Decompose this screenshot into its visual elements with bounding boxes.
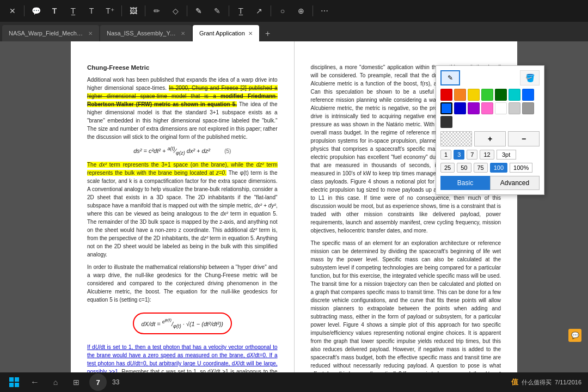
svg-rect-2 bbox=[9, 383, 14, 387]
tab-label: Nasa_ISS_Assembly_Years bbox=[107, 30, 177, 36]
text-tool-2[interactable]: T̲ bbox=[65, 3, 81, 19]
more-tools[interactable]: ⋯ bbox=[316, 3, 333, 19]
text-tool-1[interactable]: T bbox=[46, 3, 63, 19]
color-orange[interactable] bbox=[454, 89, 466, 101]
bottom-taskbar: ← ⌂ ⊞ 7 33 值 什么值得买 7/11/2016 bbox=[0, 372, 588, 392]
bottom-right: 值 什么值得买 7/11/2016 bbox=[511, 377, 581, 387]
plus-button[interactable]: + bbox=[474, 131, 506, 146]
annotation-sticky[interactable]: 💬 bbox=[568, 329, 581, 342]
para-1: Additional work has been published that … bbox=[87, 76, 278, 141]
para-geodesics-detail: If dU/dt is set to 1, then a test photon… bbox=[87, 343, 278, 372]
basic-mode-btn[interactable]: Basic bbox=[440, 176, 490, 190]
size-input[interactable] bbox=[497, 150, 516, 160]
color-yellow[interactable] bbox=[468, 89, 480, 101]
color-blue[interactable] bbox=[522, 89, 534, 101]
size-7-btn[interactable]: 7 bbox=[467, 150, 477, 160]
bottom-left: ← ⌂ ⊞ 7 33 bbox=[7, 373, 119, 391]
page-indicator: 7 bbox=[89, 373, 107, 391]
tab-close-icon[interactable]: ✕ bbox=[181, 30, 185, 36]
doc-left-column: Chung-Freese Metric Additional work has … bbox=[71, 41, 294, 372]
picker-extra-controls: + − bbox=[440, 131, 540, 146]
fill-mode-button[interactable]: 🪣 bbox=[520, 70, 540, 85]
para-geodesics-intro: In order to illustrate the mathematical … bbox=[87, 263, 278, 304]
opacity-100-btn[interactable]: 100 bbox=[490, 163, 507, 173]
equation-5: ds² = c²dt² + a(t)⁄φ(z) dx² + dz² (5) bbox=[87, 145, 278, 157]
page-count: 33 bbox=[112, 378, 119, 386]
size-12-btn[interactable]: 12 bbox=[480, 150, 494, 160]
home-btn[interactable]: ⌂ bbox=[48, 375, 63, 390]
color-red[interactable] bbox=[440, 89, 452, 101]
color-white[interactable] bbox=[495, 102, 507, 114]
color-darkblue[interactable] bbox=[454, 102, 466, 114]
size-row: 1 3 7 12 bbox=[440, 150, 540, 160]
image-tool[interactable]: 🖼 bbox=[125, 3, 142, 19]
separator bbox=[187, 5, 187, 16]
tab-nasa-iss[interactable]: Nasa_ISS_Assembly_Years ✕ bbox=[100, 25, 192, 41]
datetime: 7/11/2016 bbox=[555, 379, 581, 385]
opacity-input[interactable] bbox=[510, 163, 532, 173]
tabs-bar: NASA_Warp_Field_Mechanics ✕ Nasa_ISS_Ass… bbox=[0, 22, 588, 41]
separator bbox=[121, 5, 122, 16]
text-tool-3[interactable]: T bbox=[83, 3, 100, 19]
color-gray[interactable] bbox=[522, 102, 534, 114]
color-lgray[interactable] bbox=[509, 102, 520, 114]
main-area: Chung-Freese Metric Additional work has … bbox=[0, 41, 588, 372]
color-dgray[interactable] bbox=[440, 116, 452, 128]
color-blue-selected[interactable] bbox=[440, 102, 452, 114]
site-name: 什么值得买 bbox=[522, 378, 552, 387]
target-tool[interactable]: ⊕ bbox=[293, 3, 309, 19]
picker-tool-row: ✎ 🪣 bbox=[440, 70, 540, 85]
new-tab-button[interactable]: + bbox=[260, 26, 275, 41]
close-btn[interactable]: ✕ bbox=[4, 3, 21, 19]
opacity-row: 25 50 75 100 bbox=[440, 163, 540, 173]
color-green-dark[interactable] bbox=[495, 89, 507, 101]
section-title-chung: Chung-Freese Metric bbox=[87, 63, 278, 72]
svg-rect-1 bbox=[15, 377, 19, 382]
color-purple[interactable] bbox=[468, 102, 480, 114]
separator bbox=[271, 5, 271, 16]
svg-rect-3 bbox=[15, 383, 19, 387]
transparent-button[interactable] bbox=[440, 131, 472, 146]
opacity-50-btn[interactable]: 50 bbox=[457, 163, 471, 173]
textformat-tool[interactable]: T̲ bbox=[232, 3, 249, 19]
tab-nasa-warp[interactable]: NASA_Warp_Field_Mechanics ✕ bbox=[2, 25, 99, 41]
shape-tool[interactable]: ◇ bbox=[167, 3, 183, 19]
para-right-2: The specific mass of an element for an e… bbox=[311, 239, 501, 372]
mode-row: Basic Advanced bbox=[440, 176, 540, 190]
back-btn[interactable]: ← bbox=[27, 375, 42, 390]
comment-tool[interactable]: 💬 bbox=[28, 3, 44, 19]
equation-geodesics: dX/dt = eφ(t)/φ(t) · √(1 − (dt²/dt²)) bbox=[87, 308, 278, 339]
tab-label: NASA_Warp_Field_Mechanics bbox=[9, 30, 85, 36]
equation-box: dX/dt = eφ(t)/φ(t) · √(1 − (dt²/dt²)) bbox=[133, 313, 232, 335]
arrow-tool[interactable]: ↗ bbox=[251, 3, 267, 19]
text-plus-tool[interactable]: T⁺ bbox=[102, 3, 118, 19]
windows-start-btn[interactable] bbox=[7, 375, 22, 390]
opacity-25-btn[interactable]: 25 bbox=[440, 163, 455, 173]
color-picker-popup: ✎ 🪣 + − 1 bbox=[436, 65, 544, 195]
highlight-tool[interactable]: ✎ bbox=[209, 3, 225, 19]
grid-btn[interactable]: ⊞ bbox=[69, 375, 84, 390]
size-1-btn[interactable]: 1 bbox=[440, 150, 451, 160]
tab-label: Grant Application bbox=[199, 30, 245, 36]
tab-grant-application[interactable]: Grant Application ✕ bbox=[193, 25, 259, 41]
color-cyan[interactable] bbox=[509, 89, 520, 101]
separator bbox=[145, 5, 145, 16]
tab-close-icon[interactable]: ✕ bbox=[248, 30, 253, 36]
edit-tool[interactable]: ✏ bbox=[149, 3, 165, 19]
para-highlight: The dx² term represents the 3+1 space (o… bbox=[87, 161, 278, 259]
separator bbox=[313, 5, 313, 16]
circle-tool[interactable]: ○ bbox=[274, 3, 291, 19]
minus-button[interactable]: − bbox=[508, 131, 540, 146]
advanced-mode-btn[interactable]: Advanced bbox=[490, 176, 540, 190]
opacity-75-btn[interactable]: 75 bbox=[474, 163, 488, 173]
color-pink[interactable] bbox=[481, 102, 493, 114]
logo-text: 值 bbox=[511, 377, 518, 387]
separator bbox=[24, 5, 24, 16]
size-3-btn[interactable]: 3 bbox=[454, 150, 464, 160]
pen-tool[interactable]: ✎ bbox=[191, 3, 207, 19]
separator bbox=[229, 5, 229, 16]
pen-mode-button[interactable]: ✎ bbox=[440, 70, 460, 85]
tab-close-icon[interactable]: ✕ bbox=[88, 30, 93, 36]
color-grid bbox=[440, 89, 540, 128]
color-green-light[interactable] bbox=[481, 89, 493, 101]
